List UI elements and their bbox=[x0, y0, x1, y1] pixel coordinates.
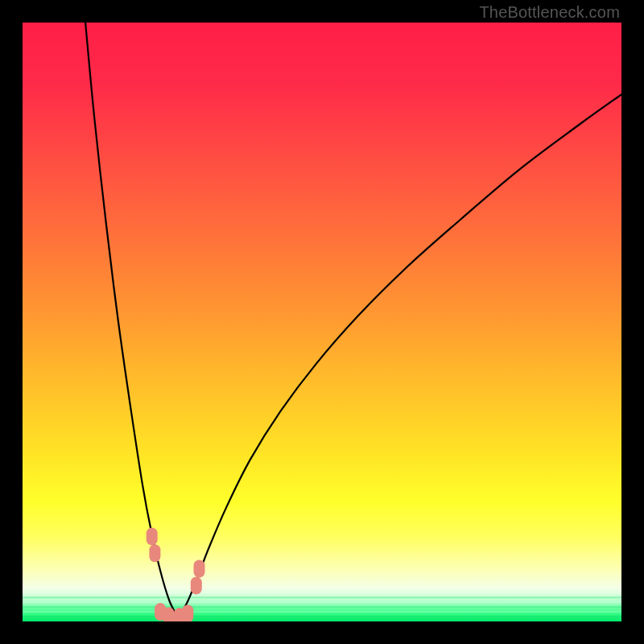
curve-left-branch bbox=[85, 23, 178, 618]
curve-marker bbox=[194, 560, 205, 578]
plot-area bbox=[23, 23, 621, 621]
watermark-text: TheBottleneck.com bbox=[479, 3, 620, 22]
curve-marker bbox=[163, 607, 175, 621]
curve-layer bbox=[23, 23, 621, 621]
curve-marker bbox=[147, 527, 158, 545]
marker-group bbox=[147, 527, 205, 621]
curve-marker bbox=[191, 576, 202, 594]
curve-right-branch bbox=[178, 94, 621, 617]
outer-frame: TheBottleneck.com bbox=[0, 0, 644, 644]
curve-marker bbox=[182, 605, 193, 621]
curve-marker bbox=[149, 544, 160, 562]
